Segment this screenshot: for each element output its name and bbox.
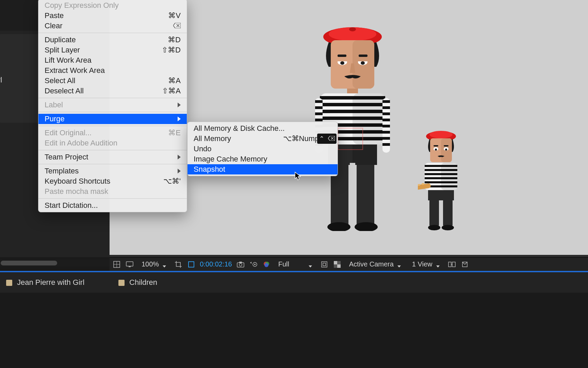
menu-item-deselect-all[interactable]: Deselect All⇧⌘A [38,86,187,96]
transparency-grid-icon[interactable] [333,260,342,269]
show-snapshot-icon[interactable] [249,260,258,269]
viewport-border [110,255,588,257]
svg-point-75 [442,225,454,230]
svg-rect-26 [315,106,323,109]
float-chevron-icon[interactable]: ⌃ [319,135,324,142]
menu-item-paste[interactable]: Paste ⌘V [38,11,187,21]
float-close-icon[interactable] [328,135,335,142]
monitor-icon[interactable] [125,260,134,269]
svg-point-10 [361,61,365,65]
svg-rect-53 [444,145,448,147]
menu-label: Templates [45,167,79,175]
submenu-item-undo[interactable]: Undo [187,144,338,154]
menu-label: Split Layer [45,46,80,55]
zoom-value: 100% [142,260,159,268]
menu-item-select-all[interactable]: Select All⌘A [38,76,187,86]
menu-separator [38,33,187,33]
composition-tab-bar: Jean Pierre with Girl Children [0,272,588,293]
camera-dropdown[interactable]: Active Camera [346,260,405,269]
svg-point-56 [435,149,437,151]
menu-item-clear[interactable]: Clear [38,21,187,31]
svg-rect-43 [357,163,374,224]
menu-shortcut: ⌘A [168,76,181,85]
svg-rect-34 [382,106,390,109]
svg-rect-11 [338,58,347,61]
scrollbar-thumb[interactable] [1,261,57,265]
svg-rect-39 [382,137,390,140]
menu-item-label[interactable]: Label [38,100,187,110]
mini-float-panel[interactable]: ⌃ [317,134,337,144]
left-panel-horizontal-scrollbar[interactable] [0,260,110,266]
views-value: 1 View [412,260,432,268]
svg-rect-84 [239,262,242,263]
menu-item-keyboard-shortcuts[interactable]: Keyboard Shortcuts⌥⌘' [38,176,187,186]
menu-separator [38,164,187,164]
menu-label: All Memory [194,134,231,143]
menu-item-lift-work-area[interactable]: Lift Work Area [38,55,187,65]
menu-item-templates[interactable]: Templates [38,166,187,176]
svg-rect-90 [322,262,327,267]
svg-rect-6 [359,55,368,57]
svg-rect-40 [382,143,390,146]
menu-item-extract-work-area[interactable]: Extract Work Area [38,65,187,76]
submenu-item-snapshot[interactable]: Snapshot [187,164,338,174]
submenu-arrow-icon [176,155,181,159]
region-of-interest-icon[interactable] [320,260,329,269]
crop-icon[interactable] [174,260,183,269]
menu-item-duplicate[interactable]: Duplicate⌘D [38,35,187,45]
comp-tab[interactable]: Jean Pierre with Girl [6,278,84,287]
menu-item-start-dictation[interactable]: Start Dictation... [38,200,187,211]
character-small [418,131,464,233]
menu-shortcut: ⇧⌘D [162,46,181,55]
timecode-display[interactable]: 0:00:02:16 [200,260,232,268]
resolution-dropdown[interactable]: Full [275,260,316,269]
mask-toggle-icon[interactable] [187,260,196,269]
svg-rect-81 [189,262,194,267]
edit-menu[interactable]: Copy Expression Only Paste ⌘V Clear Dupl… [38,0,187,212]
submenu-item-image-cache-memory[interactable]: Image Cache Memory [187,154,338,164]
menu-item-split-layer[interactable]: Split Layer⇧⌘D [38,45,187,55]
zoom-dropdown[interactable]: 100% [138,260,170,269]
menu-item-team-project[interactable]: Team Project [38,152,187,162]
menu-label: Snapshot [194,165,225,174]
views-dropdown[interactable]: 1 View [409,260,443,269]
channels-icon[interactable] [262,260,271,269]
menu-shortcut: ⌘D [168,35,181,44]
submenu-item-all-memory[interactable]: All Memory⌥⌘Numpad / [187,134,338,144]
svg-rect-80 [129,266,131,267]
menu-item-paste-mocha-mask[interactable]: Paste mocha mask [38,186,187,197]
comp-color-chip [6,280,12,286]
svg-rect-72 [429,199,439,226]
submenu-item-all-memory-disk-cache[interactable]: All Memory & Disk Cache... [187,123,338,134]
chevron-down-icon [308,262,312,266]
purge-submenu[interactable]: All Memory & Disk Cache... All Memory⌥⌘N… [187,122,338,176]
resolution-value: Full [278,260,289,268]
timeline-area[interactable] [0,293,588,368]
grid-icon[interactable] [112,260,121,269]
menu-separator [38,126,187,126]
svg-rect-94 [337,261,341,264]
submenu-arrow-icon [176,117,181,121]
menu-item-edit-in-audition[interactable]: Edit in Adobe Audition [38,138,187,148]
svg-rect-28 [315,119,323,121]
comp-tab[interactable]: Children [118,278,157,287]
svg-rect-27 [315,112,323,115]
pixel-aspect-icon[interactable] [447,260,456,269]
comp-color-chip [118,280,125,286]
snapshot-icon[interactable] [236,260,245,269]
menu-item-purge[interactable]: Purge [38,114,187,124]
svg-rect-45 [350,163,355,168]
svg-point-2 [349,27,356,31]
svg-rect-37 [382,125,390,127]
menu-label: Undo [194,144,212,153]
menu-item-edit-original[interactable]: Edit Original...⌘E [38,128,187,138]
menu-item-copy-expression-only[interactable]: Copy Expression Only [38,0,187,11]
svg-rect-96 [448,262,451,267]
menu-separator [38,98,187,98]
svg-rect-5 [338,55,346,57]
fast-previews-icon[interactable] [460,260,469,269]
svg-rect-71 [428,190,454,200]
svg-rect-13 [347,89,358,93]
menu-shortcut: ⇧⌘A [162,87,181,95]
menu-label: Edit Original... [45,128,92,137]
